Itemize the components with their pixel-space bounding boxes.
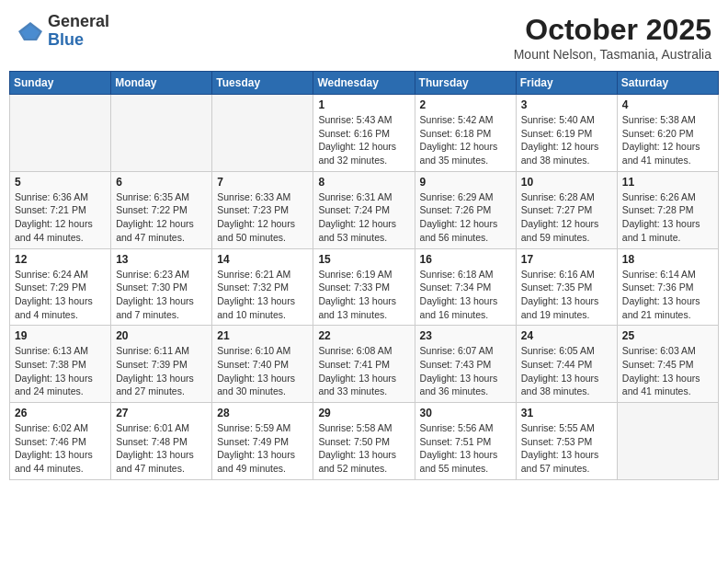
day-info: Sunrise: 5:38 AM Sunset: 6:20 PM Dayligh… (622, 113, 713, 167)
day-number: 14 (217, 253, 308, 266)
calendar-cell: 4Sunrise: 5:38 AM Sunset: 6:20 PM Daylig… (617, 95, 718, 172)
location: Mount Nelson, Tasmania, Australia (514, 47, 711, 62)
day-info: Sunrise: 5:42 AM Sunset: 6:18 PM Dayligh… (420, 113, 511, 167)
day-info: Sunrise: 6:03 AM Sunset: 7:45 PM Dayligh… (622, 344, 713, 398)
day-number: 11 (622, 176, 713, 189)
calendar-week-1: 1Sunrise: 5:43 AM Sunset: 6:16 PM Daylig… (10, 95, 719, 172)
calendar-cell: 16Sunrise: 6:18 AM Sunset: 7:34 PM Dayli… (415, 248, 516, 326)
calendar-cell: 8Sunrise: 6:31 AM Sunset: 7:24 PM Daylig… (313, 171, 415, 248)
day-info: Sunrise: 6:35 AM Sunset: 7:22 PM Dayligh… (116, 190, 207, 245)
day-number: 12 (15, 253, 106, 266)
calendar-week-5: 26Sunrise: 6:02 AM Sunset: 7:46 PM Dayli… (10, 403, 719, 480)
day-number: 9 (420, 176, 511, 189)
day-info: Sunrise: 6:01 AM Sunset: 7:48 PM Dayligh… (116, 421, 207, 476)
day-info: Sunrise: 6:13 AM Sunset: 7:38 PM Dayligh… (15, 344, 106, 398)
weekday-header-sunday: Sunday (10, 72, 111, 95)
calendar-week-2: 5Sunrise: 6:36 AM Sunset: 7:21 PM Daylig… (10, 171, 719, 248)
day-info: Sunrise: 5:58 AM Sunset: 7:50 PM Dayligh… (318, 421, 409, 476)
logo: General Blue (17, 13, 109, 50)
calendar-cell (10, 95, 111, 172)
calendar-cell: 6Sunrise: 6:35 AM Sunset: 7:22 PM Daylig… (111, 171, 212, 248)
calendar-cell: 2Sunrise: 5:42 AM Sunset: 6:18 PM Daylig… (415, 95, 516, 172)
title-block: October 2025 Mount Nelson, Tasmania, Aus… (514, 13, 711, 62)
calendar-cell: 3Sunrise: 5:40 AM Sunset: 6:19 PM Daylig… (516, 95, 617, 172)
calendar-cell: 14Sunrise: 6:21 AM Sunset: 7:32 PM Dayli… (212, 248, 313, 326)
day-number: 29 (318, 407, 409, 419)
day-number: 22 (318, 329, 409, 342)
weekday-header-friday: Friday (516, 72, 617, 95)
calendar-cell: 12Sunrise: 6:24 AM Sunset: 7:29 PM Dayli… (10, 248, 111, 326)
day-info: Sunrise: 5:59 AM Sunset: 7:49 PM Dayligh… (217, 421, 308, 476)
calendar-week-3: 12Sunrise: 6:24 AM Sunset: 7:29 PM Dayli… (10, 248, 719, 326)
day-number: 27 (116, 407, 207, 419)
day-info: Sunrise: 6:07 AM Sunset: 7:43 PM Dayligh… (420, 344, 511, 398)
day-info: Sunrise: 5:55 AM Sunset: 7:53 PM Dayligh… (521, 421, 612, 476)
calendar-cell: 31Sunrise: 5:55 AM Sunset: 7:53 PM Dayli… (516, 403, 617, 480)
day-number: 6 (116, 176, 207, 189)
day-number: 19 (15, 329, 106, 342)
logo-icon (17, 20, 44, 42)
day-number: 3 (521, 98, 612, 111)
day-number: 31 (521, 407, 612, 419)
day-number: 30 (420, 407, 511, 419)
day-info: Sunrise: 5:43 AM Sunset: 6:16 PM Dayligh… (318, 113, 409, 167)
day-number: 10 (521, 176, 612, 189)
day-info: Sunrise: 6:02 AM Sunset: 7:46 PM Dayligh… (15, 421, 106, 476)
calendar-cell: 25Sunrise: 6:03 AM Sunset: 7:45 PM Dayli… (617, 326, 718, 403)
day-number: 15 (318, 253, 409, 266)
calendar-cell: 22Sunrise: 6:08 AM Sunset: 7:41 PM Dayli… (313, 326, 415, 403)
day-info: Sunrise: 6:19 AM Sunset: 7:33 PM Dayligh… (318, 268, 409, 322)
day-number: 1 (318, 98, 409, 111)
day-number: 28 (217, 407, 308, 419)
calendar-cell: 26Sunrise: 6:02 AM Sunset: 7:46 PM Dayli… (10, 403, 111, 480)
calendar-cell: 17Sunrise: 6:16 AM Sunset: 7:35 PM Dayli… (516, 248, 617, 326)
day-number: 20 (116, 329, 207, 342)
day-number: 26 (15, 407, 106, 419)
calendar-cell: 30Sunrise: 5:56 AM Sunset: 7:51 PM Dayli… (415, 403, 516, 480)
day-number: 23 (420, 329, 511, 342)
weekday-header-monday: Monday (111, 72, 212, 95)
weekday-header-tuesday: Tuesday (212, 72, 313, 95)
weekday-header-saturday: Saturday (617, 72, 718, 95)
day-info: Sunrise: 6:05 AM Sunset: 7:44 PM Dayligh… (521, 344, 612, 398)
calendar-cell: 23Sunrise: 6:07 AM Sunset: 7:43 PM Dayli… (415, 326, 516, 403)
day-info: Sunrise: 6:31 AM Sunset: 7:24 PM Dayligh… (318, 190, 409, 245)
day-number: 21 (217, 329, 308, 342)
calendar-cell: 18Sunrise: 6:14 AM Sunset: 7:36 PM Dayli… (617, 248, 718, 326)
day-info: Sunrise: 5:40 AM Sunset: 6:19 PM Dayligh… (521, 113, 612, 167)
calendar-cell: 11Sunrise: 6:26 AM Sunset: 7:28 PM Dayli… (617, 171, 718, 248)
day-info: Sunrise: 6:08 AM Sunset: 7:41 PM Dayligh… (318, 344, 409, 398)
day-info: Sunrise: 5:56 AM Sunset: 7:51 PM Dayligh… (420, 421, 511, 476)
calendar-cell: 5Sunrise: 6:36 AM Sunset: 7:21 PM Daylig… (10, 171, 111, 248)
day-number: 17 (521, 253, 612, 266)
calendar-cell: 10Sunrise: 6:28 AM Sunset: 7:27 PM Dayli… (516, 171, 617, 248)
calendar-cell: 7Sunrise: 6:33 AM Sunset: 7:23 PM Daylig… (212, 171, 313, 248)
calendar-table: SundayMondayTuesdayWednesdayThursdayFrid… (9, 71, 719, 480)
calendar-cell: 27Sunrise: 6:01 AM Sunset: 7:48 PM Dayli… (111, 403, 212, 480)
day-info: Sunrise: 6:28 AM Sunset: 7:27 PM Dayligh… (521, 190, 612, 245)
day-info: Sunrise: 6:29 AM Sunset: 7:26 PM Dayligh… (420, 190, 511, 245)
weekday-header-thursday: Thursday (415, 72, 516, 95)
calendar-cell: 21Sunrise: 6:10 AM Sunset: 7:40 PM Dayli… (212, 326, 313, 403)
day-info: Sunrise: 6:23 AM Sunset: 7:30 PM Dayligh… (116, 268, 207, 322)
day-info: Sunrise: 6:33 AM Sunset: 7:23 PM Dayligh… (217, 190, 308, 245)
day-number: 5 (15, 176, 106, 189)
day-number: 18 (622, 253, 713, 266)
weekday-header-row: SundayMondayTuesdayWednesdayThursdayFrid… (10, 72, 719, 95)
day-info: Sunrise: 6:21 AM Sunset: 7:32 PM Dayligh… (217, 268, 308, 322)
calendar-cell (212, 95, 313, 172)
calendar-cell: 9Sunrise: 6:29 AM Sunset: 7:26 PM Daylig… (415, 171, 516, 248)
calendar-cell: 13Sunrise: 6:23 AM Sunset: 7:30 PM Dayli… (111, 248, 212, 326)
month-title: October 2025 (514, 13, 711, 47)
day-info: Sunrise: 6:24 AM Sunset: 7:29 PM Dayligh… (15, 268, 106, 322)
logo-text: General Blue (48, 13, 109, 50)
day-info: Sunrise: 6:18 AM Sunset: 7:34 PM Dayligh… (420, 268, 511, 322)
calendar-cell: 28Sunrise: 5:59 AM Sunset: 7:49 PM Dayli… (212, 403, 313, 480)
day-number: 8 (318, 176, 409, 189)
day-number: 7 (217, 176, 308, 189)
day-info: Sunrise: 6:26 AM Sunset: 7:28 PM Dayligh… (622, 190, 713, 245)
calendar-cell: 15Sunrise: 6:19 AM Sunset: 7:33 PM Dayli… (313, 248, 415, 326)
day-info: Sunrise: 6:14 AM Sunset: 7:36 PM Dayligh… (622, 268, 713, 322)
day-info: Sunrise: 6:10 AM Sunset: 7:40 PM Dayligh… (217, 344, 308, 398)
day-info: Sunrise: 6:16 AM Sunset: 7:35 PM Dayligh… (521, 268, 612, 322)
